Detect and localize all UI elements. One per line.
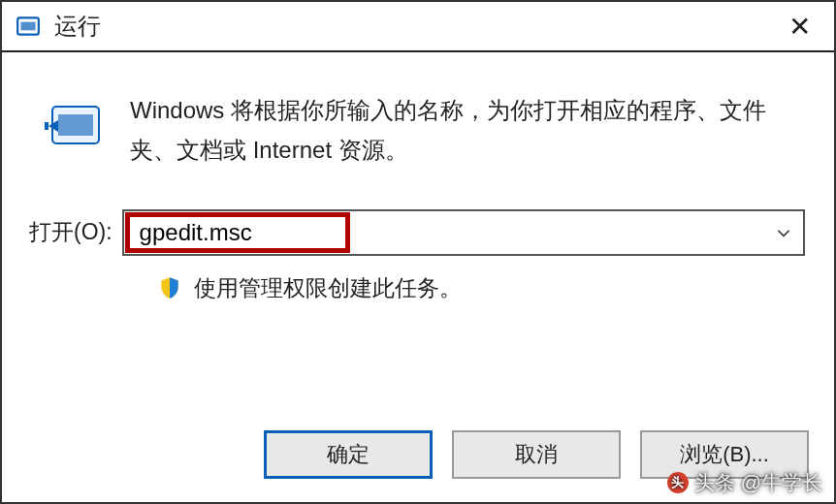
svg-rect-1 — [20, 22, 35, 31]
description-row: Windows 将根据你所输入的名称，为你打开相应的程序、文件夹、文档或 Int… — [31, 91, 805, 171]
button-row: 确定 取消 浏览(B)... — [264, 430, 809, 479]
open-input-row: 打开(O): — [31, 209, 805, 256]
dialog-content: Windows 将根据你所输入的名称，为你打开相应的程序、文件夹、文档或 Int… — [2, 52, 834, 303]
run-dialog: 运行 ✕ Windows 将根据你所输入的名称，为你打开相应的程序、文件夹、文档… — [0, 0, 836, 504]
svg-rect-3 — [58, 114, 93, 136]
dialog-description: Windows 将根据你所输入的名称，为你打开相应的程序、文件夹、文档或 Int… — [130, 91, 805, 171]
cancel-button[interactable]: 取消 — [452, 430, 621, 479]
ok-button[interactable]: 确定 — [264, 430, 433, 479]
run-dialog-icon — [16, 14, 41, 39]
command-input[interactable] — [124, 211, 764, 254]
chevron-down-icon[interactable] — [764, 224, 803, 241]
close-button[interactable]: ✕ — [778, 5, 820, 47]
admin-note-text: 使用管理权限创建此任务。 — [194, 273, 462, 303]
dialog-title: 运行 — [54, 11, 778, 42]
titlebar: 运行 ✕ — [2, 2, 834, 52]
admin-note-row: 使用管理权限创建此任务。 — [157, 273, 805, 303]
run-large-icon — [45, 95, 107, 157]
open-label: 打开(O): — [29, 217, 113, 247]
browse-button[interactable]: 浏览(B)... — [640, 430, 809, 479]
command-combobox[interactable] — [122, 209, 805, 256]
shield-icon — [157, 275, 182, 300]
